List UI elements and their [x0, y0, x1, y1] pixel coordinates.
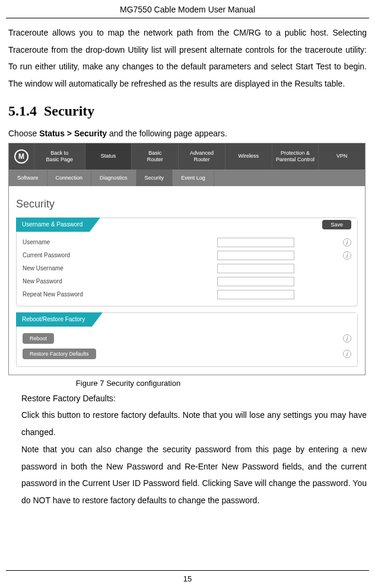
nav-advanced-router[interactable]: Advanced Router [178, 143, 225, 170]
restore-paragraph: Click this button to restore factory def… [21, 407, 367, 440]
label-username: Username [23, 239, 217, 245]
username-password-panel: Username & Password Save Username i Curr… [16, 218, 358, 306]
page-title: Security [16, 198, 358, 210]
info-icon[interactable]: i [343, 350, 351, 358]
subnav-diagnostics[interactable]: Diagnostics [91, 170, 136, 186]
input-current-password[interactable] [217, 251, 294, 260]
nav-back-to-basic[interactable]: Back to Basic Page [34, 143, 85, 170]
label-repeat-new-password: Repeat New Password [23, 291, 217, 298]
reboot-restore-panel: Reboot/Restore Factory Reboot i Restore … [16, 312, 358, 367]
panel-title-reboot: Reboot/Restore Factory [16, 312, 92, 327]
subnav-connection[interactable]: Connection [47, 170, 92, 186]
nav-vpn[interactable]: VPN [318, 143, 365, 170]
logo: M [9, 143, 34, 170]
nav-wireless[interactable]: Wireless [225, 143, 272, 170]
label-new-password: New Password [23, 278, 217, 285]
panel-title-username: Username & Password [16, 218, 90, 232]
subnav-event-log[interactable]: Event Log [173, 170, 214, 186]
motorola-logo-icon: M [14, 149, 28, 164]
info-icon[interactable]: i [343, 251, 351, 260]
security-page-screenshot: M Back to Basic Page Status Basic Router… [8, 143, 366, 375]
input-username[interactable] [217, 238, 294, 247]
section-title: Security [44, 103, 94, 119]
restore-factory-button[interactable]: Restore Factory Defaults [23, 349, 96, 359]
label-new-username: New Username [23, 265, 217, 271]
info-icon[interactable]: i [343, 334, 351, 343]
figure-caption: Figure 7 Security configuration [8, 379, 367, 388]
save-button[interactable]: Save [322, 220, 351, 229]
note-paragraph: Note that you can also change the securi… [21, 441, 367, 509]
restore-section: Restore Factory Defaults: Click this but… [8, 390, 367, 509]
sub-nav: Software Connection Diagnostics Security… [9, 170, 365, 186]
reboot-button[interactable]: Reboot [23, 333, 54, 344]
top-nav: M Back to Basic Page Status Basic Router… [9, 143, 365, 170]
label-current-password: Current Password [23, 252, 217, 258]
nav-basic-router[interactable]: Basic Router [131, 143, 178, 170]
input-repeat-new-password[interactable] [217, 290, 294, 299]
nav-protection[interactable]: Protection & Parental Control [272, 143, 319, 170]
traceroute-paragraph: Traceroute allows you to map the network… [8, 24, 367, 92]
nav-status[interactable]: Status [85, 143, 132, 170]
section-number: 5.1.4 [8, 103, 37, 119]
choose-instruction: Choose Status > Security and the followi… [8, 129, 367, 138]
subnav-security[interactable]: Security [136, 170, 173, 186]
page-header: MG7550 Cable Modem User Manual [6, 0, 369, 18]
page-number: 15 [0, 570, 375, 583]
info-icon[interactable]: i [343, 238, 351, 247]
subnav-software[interactable]: Software [9, 170, 47, 186]
input-new-password[interactable] [217, 277, 294, 286]
section-heading: 5.1.4Security [8, 103, 367, 119]
input-new-username[interactable] [217, 264, 294, 273]
restore-title: Restore Factory Defaults: [21, 390, 367, 407]
